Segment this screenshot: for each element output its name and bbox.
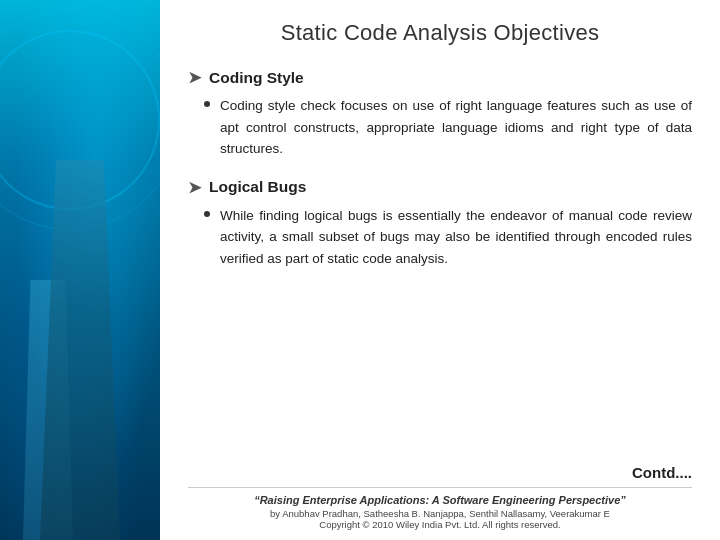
sidebar — [0, 0, 160, 540]
footer: “Raising Enterprise Applications: A Soft… — [188, 487, 692, 530]
coding-style-arrow: ➤ — [188, 68, 201, 87]
logical-bugs-bullet: While finding logical bugs is essentiall… — [204, 205, 692, 270]
footer-authors: by Anubhav Pradhan, Satheesha B. Nanjapp… — [188, 508, 692, 519]
bullet-dot-1 — [204, 101, 210, 107]
page-title: Static Code Analysis Objectives — [188, 20, 692, 46]
logical-bugs-arrow: ➤ — [188, 178, 201, 197]
coding-style-label: Coding Style — [209, 69, 304, 87]
main-content: Static Code Analysis Objectives ➤ Coding… — [160, 0, 720, 540]
logical-bugs-text: While finding logical bugs is essentiall… — [220, 205, 692, 270]
section-logical-bugs: ➤ Logical Bugs While finding logical bug… — [188, 178, 692, 270]
coding-style-heading: ➤ Coding Style — [188, 68, 692, 87]
coding-style-text: Coding style check focuses on use of rig… — [220, 95, 692, 160]
bullet-dot-2 — [204, 211, 210, 217]
footer-title: “Raising Enterprise Applications: A Soft… — [188, 494, 692, 506]
contd-label: Contd.... — [188, 454, 692, 481]
logical-bugs-label: Logical Bugs — [209, 178, 306, 196]
logical-bugs-heading: ➤ Logical Bugs — [188, 178, 692, 197]
footer-copyright: Copyright © 2010 Wiley India Pvt. Ltd. A… — [188, 519, 692, 530]
coding-style-bullet: Coding style check focuses on use of rig… — [204, 95, 692, 160]
section-coding-style: ➤ Coding Style Coding style check focuse… — [188, 68, 692, 160]
